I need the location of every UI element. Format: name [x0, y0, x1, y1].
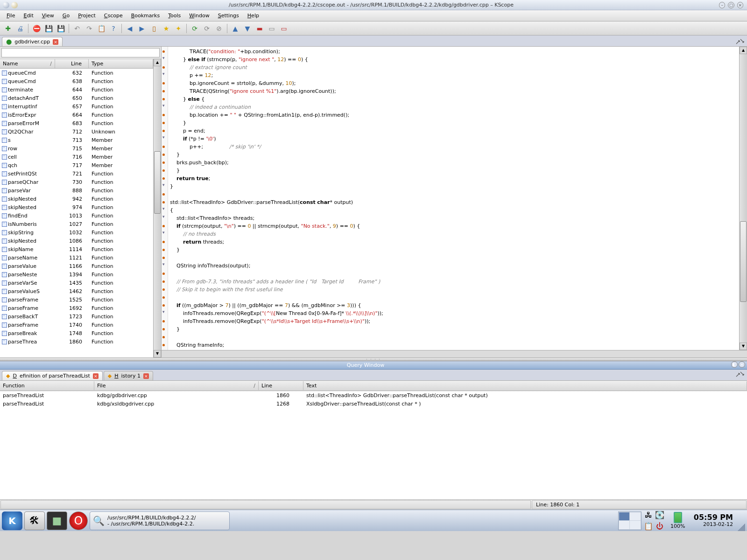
storage-tray-icon[interactable]: 💽 [655, 510, 665, 520]
symbol-row[interactable]: cell716Member [0, 153, 153, 161]
close-button[interactable]: × [737, 2, 743, 8]
col-name[interactable]: Name/ [0, 59, 55, 68]
panel-icon[interactable]: ▭ [267, 23, 277, 34]
terminal-icon[interactable]: ■ [47, 511, 67, 530]
menu-tools[interactable]: Tools [164, 11, 184, 20]
help-icon[interactable]: ? [108, 23, 119, 34]
undo-icon[interactable]: ↶ [72, 23, 82, 34]
symbol-row[interactable]: qch717Member [0, 161, 153, 169]
menu-project[interactable]: Project [74, 11, 99, 20]
symbol-row[interactable]: setPrintQSt721Function [0, 169, 153, 178]
symbol-row[interactable]: queueCmd632Function [0, 69, 153, 77]
symbol-row[interactable]: isNumberis1027Function [0, 220, 153, 228]
tools-icon[interactable]: 🛠 [24, 511, 45, 530]
symbol-row[interactable]: Qt2QChar712Unknown [0, 127, 153, 136]
symbol-row[interactable]: parseNeste1394Function [0, 270, 153, 279]
close-tab-icon[interactable]: × [53, 39, 58, 45]
splitter[interactable]: · · · · [0, 357, 747, 361]
taskbar-clock[interactable]: 05:59 PM 2013-02-12 [691, 513, 736, 529]
qcol-file[interactable]: File/ [94, 381, 259, 390]
query-tab[interactable]: ◆ Definition of parseThreadList × [2, 371, 103, 380]
symbol-row[interactable]: row715Member [0, 144, 153, 153]
scroll-down-icon[interactable]: ▼ [740, 343, 747, 350]
file-tab[interactable]: ⬤ gdbdriver.cpp × [2, 37, 63, 46]
symbol-row[interactable]: parseBreak1748Function [0, 329, 153, 337]
col-type[interactable]: Type [89, 59, 153, 68]
symbol-row[interactable]: parseVar888Function [0, 186, 153, 195]
stop-icon[interactable]: ⛔ [31, 23, 42, 34]
symbol-row[interactable]: skipNested974Function [0, 203, 153, 211]
symbol-scrollbar[interactable]: ▲ ▼ [153, 59, 161, 357]
symbol-row[interactable]: parseFrame1692Function [0, 304, 153, 312]
menu-help[interactable]: Help [244, 11, 263, 20]
symbol-row[interactable]: skipName1114Function [0, 245, 153, 253]
open-icon[interactable]: 🖨 [15, 23, 25, 34]
symbol-row[interactable]: parseErrorM683Function [0, 119, 153, 127]
menu-view[interactable]: View [38, 11, 58, 20]
editor-hscrollbar[interactable] [162, 350, 747, 357]
symbol-row[interactable]: parseThrea1860Function [0, 337, 153, 346]
symbol-row[interactable]: parseValueS1462Function [0, 287, 153, 295]
scroll-down-icon[interactable]: ▼ [154, 350, 161, 357]
symbol-row[interactable]: skipNested1086Function [0, 237, 153, 245]
desktop-pager[interactable] [618, 511, 641, 530]
reload-grey-icon[interactable]: ⟳ [202, 23, 212, 34]
code-editor[interactable]: ▾▾▾▾▾▾▾▾▾▾ TRACE("condition: "+bp.condit… [162, 47, 747, 357]
symbol-row[interactable]: parseVarSe1435Function [0, 279, 153, 287]
symbol-row[interactable]: parseQChar730Function [0, 178, 153, 186]
qcol-line[interactable]: Line [259, 381, 303, 390]
symbol-row[interactable]: parseBackT1723Function [0, 312, 153, 321]
qcol-function[interactable]: Function [0, 381, 94, 390]
menu-go[interactable]: Go [59, 11, 73, 20]
power-tray-icon[interactable]: ⏻ [655, 521, 665, 532]
remove-mark-icon[interactable]: ▬ [254, 23, 265, 34]
mark-icon[interactable]: ▯ [149, 23, 159, 34]
cancel-icon[interactable]: ⊘ [214, 23, 224, 34]
kmenu-icon[interactable]: K [2, 511, 22, 530]
clipboard-tray-icon[interactable]: 📋 [643, 521, 654, 532]
down-icon[interactable]: ▼ [242, 23, 253, 34]
code-area[interactable]: TRACE("condition: "+bp.condition); } els… [168, 47, 739, 350]
menu-window[interactable]: Window [185, 11, 213, 20]
query-detach-icon[interactable]: ◧ [731, 361, 738, 368]
symbol-row[interactable]: skipNested942Function [0, 195, 153, 203]
save-as-icon[interactable]: 💾 [56, 23, 66, 34]
maximize-button[interactable]: ▢ [728, 2, 734, 8]
paste-icon[interactable]: 📋 [96, 23, 106, 34]
menu-edit[interactable]: Edit [20, 11, 37, 20]
col-line[interactable]: Line [55, 59, 89, 68]
editor-scrollbar[interactable]: ▲ ▼ [739, 47, 747, 350]
menu-bookmarks[interactable]: Bookmarks [127, 11, 163, 20]
bookmark-icon[interactable]: ★ [161, 23, 171, 34]
up-icon[interactable]: ▲ [230, 23, 240, 34]
taskbar-entry[interactable]: 🔍 /usr/src/RPM.1/BUILD/kdbg4-2.2.2/ - /u… [90, 511, 230, 530]
new-icon[interactable]: ✚ [3, 23, 13, 34]
opera-icon[interactable]: O [69, 511, 88, 530]
remove-panel-icon[interactable]: ▭ [279, 23, 289, 34]
scroll-up-icon[interactable]: ▲ [740, 47, 747, 54]
menu-cscope[interactable]: Cscope [100, 11, 127, 20]
symbol-row[interactable]: parseValue1166Function [0, 262, 153, 270]
battery-tray-icon[interactable]: 100% [668, 511, 688, 530]
symbol-list[interactable]: queueCmd632FunctionqueueCmd638Functionte… [0, 69, 153, 357]
symbol-row[interactable]: detachAndT650Function [0, 94, 153, 102]
close-tab-icon[interactable]: × [93, 373, 99, 379]
qcol-text[interactable]: Text [303, 381, 747, 390]
forward-icon[interactable]: ▶ [137, 23, 147, 34]
network-tray-icon[interactable]: 🖧 [643, 510, 654, 520]
close-tab-icon[interactable]: × [143, 373, 149, 379]
symbol-row[interactable]: interruptInf657Function [0, 102, 153, 111]
symbol-row[interactable]: s713Member [0, 136, 153, 144]
query-row[interactable]: parseThreadListkdbg/xsldbgdriver.cpp1268… [0, 399, 747, 408]
query-close-icon[interactable]: × [739, 361, 745, 368]
symbol-row[interactable]: findEnd1013Function [0, 211, 153, 220]
query-results[interactable]: parseThreadListkdbg/gdbdriver.cpp1860std… [0, 391, 747, 499]
expand-tabs-icon[interactable] [736, 371, 744, 378]
menu-settings[interactable]: Settings [214, 11, 243, 20]
minimize-button[interactable]: – [719, 2, 725, 8]
menu-file[interactable]: File [3, 11, 19, 20]
redo-icon[interactable]: ↷ [84, 23, 94, 34]
symbol-row[interactable]: queueCmd638Function [0, 77, 153, 85]
resize-grip[interactable] [738, 524, 745, 531]
symbol-row[interactable]: terminate644Function [0, 85, 153, 94]
